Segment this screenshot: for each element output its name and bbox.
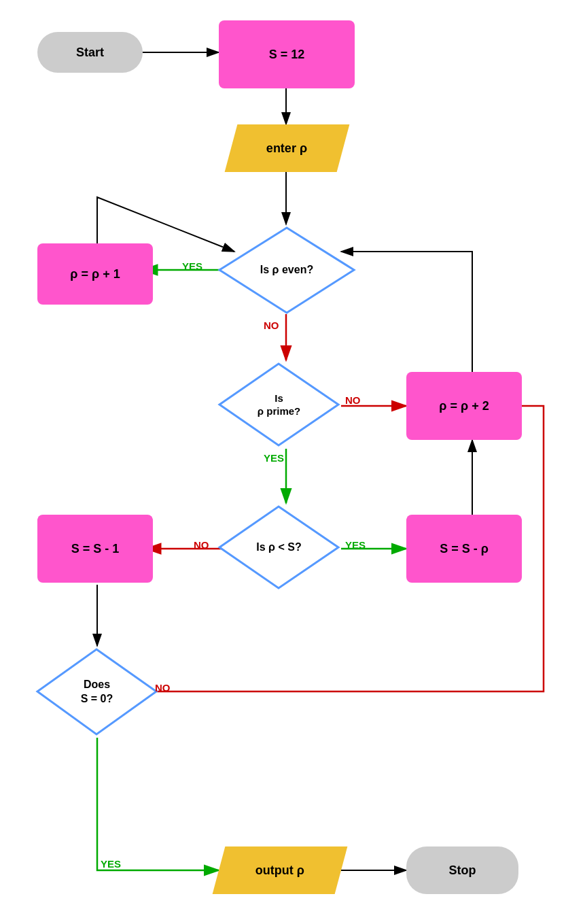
stop-shape: Stop xyxy=(406,846,518,894)
s-init-shape: S = 12 xyxy=(219,20,355,88)
p-plus-2-shape: ρ = ρ + 2 xyxy=(406,372,522,440)
no-label-p-prime-right: NO xyxy=(345,394,361,406)
is-p-prime-diamond: Isρ prime? xyxy=(216,360,342,449)
does-s-0-diamond: DoesS = 0? xyxy=(34,646,160,738)
flowchart: Start S = 12 enter ρ Is ρ even? ρ = ρ + … xyxy=(0,0,566,924)
no-label-p-even-down: NO xyxy=(264,320,279,331)
yes-label-s-0-down: YES xyxy=(101,858,121,870)
yes-label-p-even-left: YES xyxy=(182,260,202,272)
no-label-p-lt-s-left: NO xyxy=(194,539,209,551)
start-shape: Start xyxy=(37,32,143,73)
p-plus-1-shape: ρ = ρ + 1 xyxy=(37,243,153,305)
s-minus-p-shape: S = S - ρ xyxy=(406,515,522,583)
is-p-even-diamond: Is ρ even? xyxy=(216,224,357,316)
enter-p-shape: enter ρ xyxy=(225,124,350,172)
s-minus-1-shape: S = S - 1 xyxy=(37,515,153,583)
output-p-shape: output ρ xyxy=(213,846,348,894)
is-p-lt-s-diamond: Is ρ < S? xyxy=(216,503,342,592)
yes-label-p-prime-down: YES xyxy=(264,452,284,464)
yes-label-p-lt-s-right: YES xyxy=(345,539,366,551)
no-label-s-0-right: NO xyxy=(155,682,171,694)
